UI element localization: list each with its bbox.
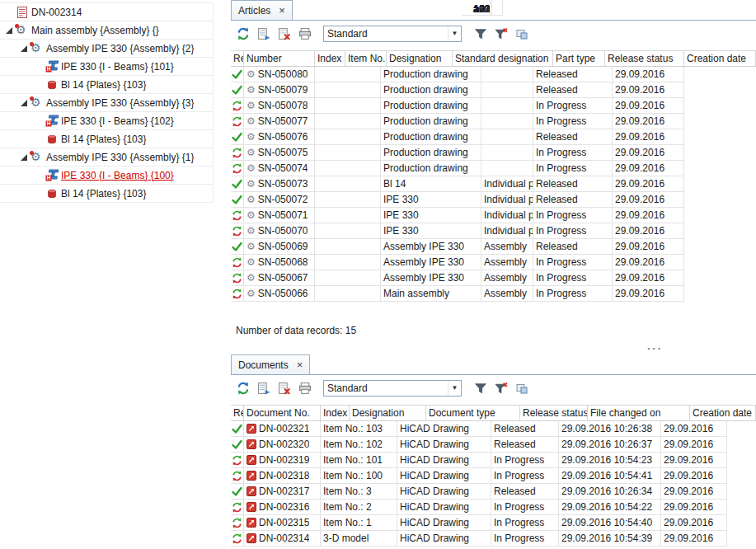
cell-number: DN-002315 (244, 515, 321, 531)
cell-creation-date: 29.09.2016 (613, 98, 684, 114)
column-header-document-type[interactable]: Document type (426, 405, 520, 421)
column-header-creation-date[interactable]: Creation date (690, 405, 756, 421)
tree-row[interactable]: HIPE 330 {I - Beams} {101} (0, 58, 214, 76)
table-row[interactable]: DN-002320Item No.: 102HiCAD DrawingRelea… (231, 437, 756, 453)
column-header-index[interactable]: Index (321, 405, 350, 421)
cell-release-status: In Progress (491, 515, 559, 531)
options-icon[interactable] (513, 379, 530, 396)
delete-icon[interactable] (275, 25, 293, 42)
column-header-file-changed-on[interactable]: File changed on (588, 405, 690, 421)
table-row[interactable]: ⚙SN-050073103Bl 14Individual partRelease… (231, 176, 756, 192)
table-row[interactable]: ⚙SN-050077a100Production drawingIn Progr… (231, 114, 756, 129)
column-header-document-no-[interactable]: Document No. (244, 405, 321, 421)
column-header-release-status[interactable]: Release status (605, 50, 684, 67)
column-header-item-no-[interactable]: Item No. (345, 50, 387, 67)
cell-document-type: HiCAD Drawing (397, 484, 491, 500)
tab-close-icon[interactable]: × (297, 359, 303, 370)
column-header-designation[interactable]: Designation (350, 405, 426, 421)
plate-icon (46, 79, 58, 91)
table-row[interactable]: ⚙SN-0500763Production drawingReleased29.… (231, 129, 756, 145)
splitter-grip-icon[interactable]: ··· (647, 342, 663, 354)
panel-splitter[interactable]: ··· (231, 345, 756, 354)
cell-status (231, 437, 244, 453)
tree-row[interactable]: ⚙Assembly IPE 330 {Assembly} {2} (0, 40, 214, 58)
table-row[interactable]: DN-0023143-D modelHiCAD DrawingIn Progre… (231, 531, 756, 547)
table-row[interactable]: ⚙SN-050068a2Assembly IPE 330AssemblyIn P… (231, 255, 756, 270)
table-row[interactable]: ⚙SN-050074a1Production drawingIn Progres… (231, 161, 756, 176)
tree-row[interactable]: Bl 14 {Plates} {103} (0, 130, 214, 148)
toolbar-right-group (472, 25, 530, 42)
refresh-icon[interactable] (234, 25, 251, 42)
cell-part-type: Assembly (481, 255, 533, 270)
tree-row[interactable]: Bl 14 {Plates} {103} (0, 185, 214, 203)
table-row[interactable]: ⚙SN-050075a2Production drawingIn Progres… (231, 145, 756, 161)
table-row[interactable]: ⚙SN-050066Main assemblyAssemblyIn Progre… (231, 286, 756, 302)
table-row[interactable]: ⚙SN-050072102IPE 330Individual partRelea… (231, 192, 756, 208)
cell-part-type: Individual part (481, 208, 533, 223)
column-header-release-status[interactable]: Release status (520, 405, 588, 421)
options-icon[interactable] (513, 25, 530, 42)
table-row[interactable]: DN-002321Item No.: 103HiCAD DrawingRelea… (231, 421, 756, 437)
table-row[interactable]: DN-002315aItem No.: 1HiCAD DrawingIn Pro… (231, 515, 756, 531)
tree-row[interactable]: HIPE 330 {I - Beams} {102} (0, 112, 214, 130)
print-icon[interactable] (296, 25, 313, 42)
column-header-creation-date[interactable]: Creation date (684, 50, 756, 67)
column-header-standard-designation[interactable]: Standard designation (453, 50, 553, 67)
cell-document-type: HiCAD Drawing (397, 437, 491, 453)
refresh-icon[interactable] (234, 379, 251, 396)
tab-documents[interactable]: Documents × (231, 354, 310, 374)
table-row[interactable]: ⚙SN-050070a100IPE 330Individual partIn P… (231, 223, 756, 239)
tab-close-icon[interactable]: × (279, 5, 285, 16)
cell-part-type: Individual part (481, 192, 533, 208)
tree-row[interactable]: DN-002314 (0, 3, 214, 21)
chevron-down-icon[interactable]: ▼ (448, 26, 461, 41)
column-header-re[interactable]: Re (231, 50, 244, 67)
table-row[interactable]: ⚙SN-050080103Production drawingReleased2… (231, 67, 756, 82)
tree-row[interactable]: ⚙Assembly IPE 330 {Assembly} {1} (0, 148, 214, 167)
column-header-designation[interactable]: Designation (387, 50, 453, 67)
tree-row[interactable]: Bl 14 {Plates} {103} (0, 76, 214, 94)
cell-creation-date: 29.09.2016 (613, 255, 684, 270)
cell-designation: Item No.: 103 (321, 421, 397, 437)
article-gear-icon: ⚙ (247, 179, 256, 189)
table-row[interactable]: ⚙SN-050067a1Assembly IPE 330AssemblyIn P… (231, 270, 756, 286)
cell-creation-date: 29.09.2016 (613, 129, 684, 145)
table-row[interactable]: DN-002316aItem No.: 2HiCAD DrawingIn Pro… (231, 500, 756, 515)
export-icon[interactable] (255, 25, 272, 42)
cell-part-type: Assembly (481, 239, 533, 255)
cell-designation: Item No.: 102 (321, 437, 397, 453)
table-row[interactable]: DN-002317Item No.: 3HiCAD DrawingRelease… (231, 484, 756, 500)
table-row[interactable]: ⚙SN-050079102Production drawingReleased2… (231, 82, 756, 98)
tree-expander-icon[interactable] (17, 154, 30, 161)
view-combo[interactable]: Standard ▼ (323, 26, 462, 42)
tree-row[interactable]: ⚙Assembly IPE 330 {Assembly} {3} (0, 94, 214, 112)
chevron-down-icon[interactable]: ▼ (448, 381, 461, 396)
tree-expander-icon[interactable] (2, 27, 15, 34)
table-row[interactable]: ⚙SN-050078a101Production drawingIn Progr… (231, 98, 756, 114)
cell-file-changed-on: 29.09.2016 10:54:22 (559, 500, 661, 515)
toolbar-right-group (472, 379, 530, 396)
view-combo[interactable]: Standard ▼ (323, 380, 462, 396)
tree-expander-icon[interactable] (17, 45, 30, 52)
tab-articles[interactable]: Articles × (231, 0, 293, 20)
filter-icon[interactable] (472, 379, 489, 396)
export-icon[interactable] (255, 379, 272, 396)
clear-filter-icon[interactable] (492, 379, 509, 396)
clear-filter-icon[interactable] (492, 25, 509, 42)
tree-row[interactable]: ⚙Main assembly {Assembly} {} (0, 21, 214, 40)
column-header-part-type[interactable]: Part type (553, 50, 605, 67)
delete-icon[interactable] (275, 379, 293, 396)
table-row[interactable]: ⚙SN-050071a101IPE 330Individual partIn P… (231, 208, 756, 223)
table-row[interactable]: ⚙SN-0500693Assembly IPE 330AssemblyRelea… (231, 239, 756, 255)
tree-row[interactable]: HIPE 330 {I - Beams} {100} (0, 167, 214, 185)
table-row[interactable]: DN-002319aItem No.: 101HiCAD DrawingIn P… (231, 453, 756, 468)
column-header-re[interactable]: Re (231, 405, 244, 421)
table-row[interactable]: DN-002318aItem No.: 100HiCAD DrawingIn P… (231, 468, 756, 484)
column-header-index[interactable]: Index (315, 50, 345, 67)
cell-designation: Item No.: 100 (321, 468, 397, 484)
assembly-icon: ⚙ (31, 96, 44, 109)
print-icon[interactable] (296, 379, 313, 396)
filter-icon[interactable] (472, 25, 489, 42)
column-header-number[interactable]: Number (244, 50, 315, 67)
tree-expander-icon[interactable] (17, 100, 30, 106)
